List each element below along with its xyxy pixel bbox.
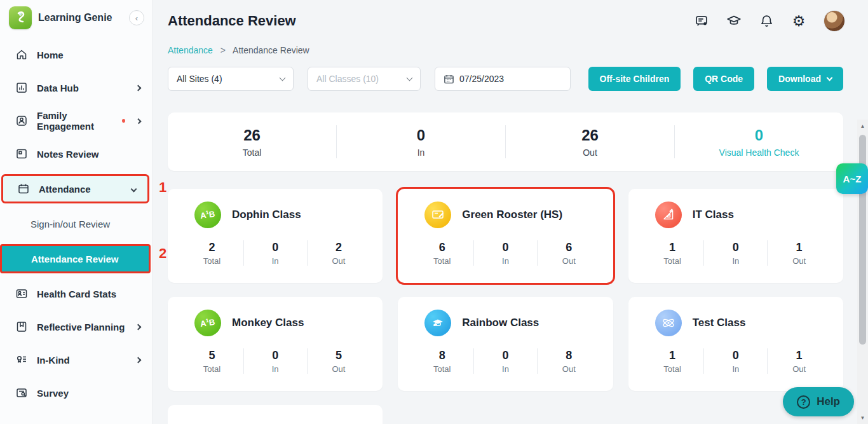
class-cards-grid: A1B Dophin Class 2Total 0In 2Out Green [168,189,843,391]
sidebar-item-sign-in-out-review[interactable]: Sign-in/out Review [0,211,152,236]
class-card-it[interactable]: IT Class 1Total 0In 1Out [628,189,843,283]
sidebar-item-attendance-review[interactable]: Attendance Review [0,244,151,273]
chevron-right-icon [135,118,141,123]
home-icon [15,48,28,61]
app-window: Learning Genie ‹ Home Data Hub Family En… [0,0,868,424]
sidebar-nav: Home Data Hub Family Engagement Notes Re… [0,36,152,406]
class-out-label: Out [538,256,600,266]
breadcrumb-parent-link[interactable]: Attendance [168,45,213,55]
class-in-value: 0 [244,241,307,254]
sidebar-item-in-kind[interactable]: In-Kind [0,347,152,373]
attendance-calendar-icon [17,182,30,195]
sidebar-item-home[interactable]: Home [0,42,152,67]
notifications-bell-icon[interactable] [759,13,774,29]
summary-vhc-value: 0 [675,127,843,144]
chevron-right-icon [135,85,142,91]
summary-total-value: 26 [168,127,336,144]
class-out-value: 8 [538,349,600,362]
chevron-down-icon [280,75,286,81]
sidebar-item-label: Reflective Planning [37,322,125,332]
class-name: Dophin Class [232,209,301,221]
sidebar-item-label: Attendance Review [31,254,119,264]
academy-graduation-icon[interactable] [726,13,742,29]
download-button[interactable]: Download [767,67,843,91]
class-out-label: Out [768,364,831,374]
class-card-dophin[interactable]: A1B Dophin Class 2Total 0In 2Out [168,189,383,283]
sidebar: Learning Genie ‹ Home Data Hub Family En… [0,0,153,424]
class-total-value: 8 [410,349,473,362]
sidebar-item-notes-review[interactable]: Notes Review [0,141,152,167]
summary-vhc-label[interactable]: Visual Health Check [675,147,843,158]
class-total-value: 1 [641,349,704,362]
breadcrumb: Attendance > Attendance Review [153,32,868,55]
class-total-value: 6 [410,241,473,254]
header-icons: ⚙ [694,10,845,32]
off-site-children-button[interactable]: Off-site Children [588,67,681,91]
sidebar-item-label: Home [37,50,64,60]
class-in-label: In [244,256,307,266]
page-title: Attendance Review [168,13,296,29]
user-avatar[interactable] [824,10,845,32]
atom-class-icon [655,310,682,336]
class-total-label: Total [410,256,473,266]
sidebar-item-label: In-Kind [37,355,70,366]
class-out-value: 1 [768,241,831,254]
notification-dot [122,119,125,123]
class-total-value: 2 [180,241,243,254]
scroll-up-arrow-icon[interactable]: ▲ [857,121,868,131]
sidebar-item-reflective-planning[interactable]: Reflective Planning [0,314,152,339]
scroll-down-arrow-icon[interactable]: ▼ [857,413,868,423]
summary-in: 0 In [337,127,505,158]
class-in-value: 0 [474,241,537,254]
date-value: 07/25/2023 [459,74,504,84]
filter-row: All Sites (4) All Classes (10) 07/25/202… [153,55,868,91]
sidebar-item-survey[interactable]: Survey [0,380,152,406]
summary-stats-card: 26 Total 0 In 26 Out 0 Visual Health Che… [168,113,843,171]
class-card-rainbow[interactable]: Rainbow Class 8Total 0In 8Out [398,297,613,391]
sites-select[interactable]: All Sites (4) [168,67,294,91]
sidebar-item-label: Sign-in/out Review [31,219,110,229]
sidebar-item-family-engagement[interactable]: Family Engagement [0,108,152,133]
class-total-label: Total [410,364,473,374]
settings-gear-icon[interactable]: ⚙ [791,13,806,29]
sort-az-button[interactable]: A~Z [836,163,868,194]
sites-select-value: All Sites (4) [177,74,222,84]
sidebar-item-data-hub[interactable]: Data Hub [0,75,152,100]
announcements-icon[interactable] [694,13,709,29]
class-card-monkey[interactable]: A1B Monkey Class 5Total 0In 5Out [168,297,383,391]
help-button-label: Help [817,395,840,408]
sidebar-item-health-card-stats[interactable]: Health Card Stats [0,281,152,306]
sidebar-item-label: Attendance [39,184,91,195]
sidebar-item-label: Health Card Stats [37,289,116,299]
graduation-class-icon [424,310,451,336]
whiteboard-class-icon [424,202,451,228]
calendar-icon [444,74,454,85]
class-card-partial[interactable] [168,405,383,424]
help-button[interactable]: ? Help [783,387,854,416]
chevron-down-icon [131,186,137,192]
date-picker-input[interactable]: 07/25/2023 [435,67,571,91]
class-card-test[interactable]: Test Class 1Total 0In 1Out [628,297,843,391]
top-bar: Attendance Review ⚙ [153,0,868,32]
class-name: Green Rooster (HS) [462,209,562,221]
class-out-label: Out [768,256,831,266]
sidebar-collapse-button[interactable]: ‹ [129,10,144,25]
class-total-value: 1 [641,241,704,254]
sidebar-item-label: Notes Review [37,149,99,160]
survey-icon [15,386,28,399]
class-name: Rainbow Class [462,317,539,329]
summary-total: 26 Total [168,127,336,158]
class-out-value: 6 [538,241,600,254]
classes-select[interactable]: All Classes (10) [308,67,421,91]
class-in-label: In [474,256,537,266]
class-in-label: In [704,256,767,266]
content-area: 26 Total 0 In 26 Out 0 Visual Health Che… [153,91,868,424]
app-title: Learning Genie [38,12,123,24]
sidebar-item-attendance[interactable]: Attendance [1,174,149,203]
class-out-label: Out [308,364,370,374]
summary-out-label: Out [506,147,674,158]
action-buttons: Off-site Children QR Code Download [588,67,843,91]
qr-code-button[interactable]: QR Code [693,67,754,91]
sidebar-item-label: Family Engagement [37,110,113,132]
class-card-green-rooster[interactable]: Green Rooster (HS) 6Total 0In 6Out [398,189,613,283]
